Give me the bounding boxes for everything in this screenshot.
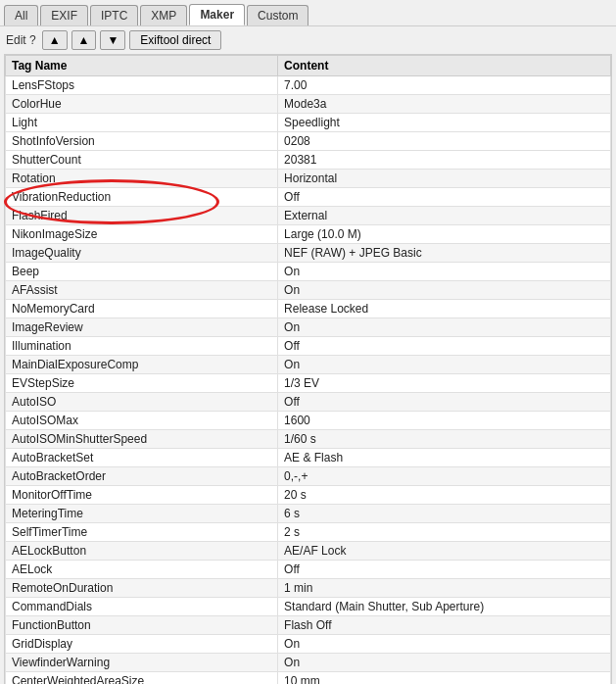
tab-custom[interactable]: Custom bbox=[247, 5, 308, 25]
table-row: AutoBracketOrder0,-,+ bbox=[6, 467, 611, 486]
table-row: IlluminationOff bbox=[6, 337, 611, 356]
tag-content-cell: Standard (Main Shutter, Sub Aperture) bbox=[278, 598, 611, 616]
table-row: LensFStops7.00 bbox=[6, 76, 611, 95]
tag-content-cell: AE/AF Lock bbox=[278, 542, 611, 561]
table-row: AutoISOMax1600 bbox=[6, 412, 611, 430]
table-row: AutoBracketSetAE & Flash bbox=[6, 449, 611, 467]
tag-name-cell: ShotInfoVersion bbox=[6, 132, 278, 151]
tag-content-cell: External bbox=[278, 207, 611, 225]
tag-name-cell: ImageReview bbox=[6, 318, 278, 337]
tag-name-cell: AutoBracketOrder bbox=[6, 467, 278, 486]
tag-name-cell: MonitorOffTime bbox=[6, 486, 278, 505]
tag-name-cell: CenterWeightedAreaSize bbox=[6, 672, 278, 685]
tag-content-cell: Speedlight bbox=[278, 114, 611, 132]
tag-name-cell: ImageQuality bbox=[6, 244, 278, 263]
table-row: RemoteOnDuration1 min bbox=[6, 579, 611, 598]
table-row: GridDisplayOn bbox=[6, 635, 611, 654]
tag-name-cell: EVStepSize bbox=[6, 374, 278, 393]
tab-exif[interactable]: EXIF bbox=[40, 5, 88, 25]
tag-content-cell: 6 s bbox=[278, 505, 611, 523]
tag-name-cell: FunctionButton bbox=[6, 616, 278, 635]
tag-content-cell: Off bbox=[278, 561, 611, 579]
tag-name-cell: Rotation bbox=[6, 170, 278, 188]
table-row: ViewfinderWarningOn bbox=[6, 654, 611, 672]
table-row: NoMemoryCardRelease Locked bbox=[6, 300, 611, 318]
tag-content-cell: 10 mm bbox=[278, 672, 611, 685]
table-row: EVStepSize1/3 EV bbox=[6, 374, 611, 393]
tag-name-cell: AELock bbox=[6, 561, 278, 579]
tag-content-cell: 1 min bbox=[278, 579, 611, 598]
tag-content-cell: On bbox=[278, 356, 611, 374]
tag-content-cell: 20 s bbox=[278, 486, 611, 505]
tag-content-cell: Off bbox=[278, 393, 611, 412]
tab-bar: All EXIF IPTC XMP Maker Custom bbox=[0, 0, 616, 25]
table-row: VibrationReductionOff bbox=[6, 188, 611, 207]
tag-content-cell: NEF (RAW) + JPEG Basic bbox=[278, 244, 611, 263]
table-row: ImageReviewOn bbox=[6, 318, 611, 337]
tag-name-cell: NikonImageSize bbox=[6, 225, 278, 244]
tag-name-cell: CommandDials bbox=[6, 598, 278, 616]
col-header-content: Content bbox=[278, 56, 611, 76]
table-container[interactable]: Tag Name Content LensFStops7.00ColorHueM… bbox=[4, 54, 612, 684]
table-row: SelfTimerTime2 s bbox=[6, 523, 611, 542]
tag-name-cell: GridDisplay bbox=[6, 635, 278, 654]
tag-name-cell: FlashFired bbox=[6, 207, 278, 225]
metadata-table: Tag Name Content LensFStops7.00ColorHueM… bbox=[5, 55, 611, 684]
table-row: AutoISOOff bbox=[6, 393, 611, 412]
tag-name-cell: AutoISO bbox=[6, 393, 278, 412]
tag-content-cell: Horizontal bbox=[278, 170, 611, 188]
edit-label: Edit ? bbox=[6, 33, 36, 47]
table-row: LightSpeedlight bbox=[6, 114, 611, 132]
table-row: ImageQualityNEF (RAW) + JPEG Basic bbox=[6, 244, 611, 263]
tag-content-cell: On bbox=[278, 318, 611, 337]
tag-content-cell: 1/60 s bbox=[278, 430, 611, 449]
tab-xmp[interactable]: XMP bbox=[140, 5, 187, 25]
tag-name-cell: LensFStops bbox=[6, 76, 278, 95]
tag-content-cell: Off bbox=[278, 188, 611, 207]
tag-name-cell: Illumination bbox=[6, 337, 278, 356]
exiftool-direct-btn[interactable]: Exiftool direct bbox=[129, 30, 221, 50]
tag-name-cell: SelfTimerTime bbox=[6, 523, 278, 542]
tag-content-cell: 0208 bbox=[278, 132, 611, 151]
tag-name-cell: Beep bbox=[6, 263, 278, 281]
tag-name-cell: ShutterCount bbox=[6, 151, 278, 170]
tag-name-cell: Light bbox=[6, 114, 278, 132]
table-row: NikonImageSizeLarge (10.0 M) bbox=[6, 225, 611, 244]
tag-content-cell: On bbox=[278, 635, 611, 654]
tag-content-cell: Flash Off bbox=[278, 616, 611, 635]
table-wrapper: Tag Name Content LensFStops7.00ColorHueM… bbox=[0, 54, 616, 684]
table-row: BeepOn bbox=[6, 263, 611, 281]
tag-content-cell: Mode3a bbox=[278, 95, 611, 114]
tab-iptc[interactable]: IPTC bbox=[90, 5, 138, 25]
tag-name-cell: ViewfinderWarning bbox=[6, 654, 278, 672]
tag-name-cell: AFAssist bbox=[6, 281, 278, 300]
table-row: MeteringTime6 s bbox=[6, 505, 611, 523]
tag-name-cell: AutoISOMax bbox=[6, 412, 278, 430]
tag-name-cell: AutoBracketSet bbox=[6, 449, 278, 467]
tag-content-cell: 7.00 bbox=[278, 76, 611, 95]
col-header-tag: Tag Name bbox=[6, 56, 278, 76]
table-row: AutoISOMinShutterSpeed1/60 s bbox=[6, 430, 611, 449]
move-down-btn[interactable]: ▼ bbox=[100, 30, 125, 50]
tab-maker[interactable]: Maker bbox=[189, 4, 245, 25]
tag-content-cell: On bbox=[278, 281, 611, 300]
tag-name-cell: NoMemoryCard bbox=[6, 300, 278, 318]
move-up-btn-1[interactable]: ▲ bbox=[42, 30, 68, 50]
table-row: ColorHueMode3a bbox=[6, 95, 611, 114]
tag-content-cell: AE & Flash bbox=[278, 449, 611, 467]
table-row: AELockButtonAE/AF Lock bbox=[6, 542, 611, 561]
table-row: CommandDialsStandard (Main Shutter, Sub … bbox=[6, 598, 611, 616]
tag-content-cell: 2 s bbox=[278, 523, 611, 542]
tab-all[interactable]: All bbox=[4, 5, 38, 25]
tag-content-cell: 0,-,+ bbox=[278, 467, 611, 486]
table-row: ShutterCount20381 bbox=[6, 151, 611, 170]
toolbar: Edit ? ▲ ▲ ▼ Exiftool direct bbox=[0, 25, 616, 54]
table-row: AELockOff bbox=[6, 561, 611, 579]
table-row: ShotInfoVersion0208 bbox=[6, 132, 611, 151]
table-row: FlashFiredExternal bbox=[6, 207, 611, 225]
tag-content-cell: 1/3 EV bbox=[278, 374, 611, 393]
tag-content-cell: Off bbox=[278, 337, 611, 356]
move-up-btn-2[interactable]: ▲ bbox=[71, 30, 97, 50]
tag-content-cell: Large (10.0 M) bbox=[278, 225, 611, 244]
tag-name-cell: VibrationReduction bbox=[6, 188, 278, 207]
